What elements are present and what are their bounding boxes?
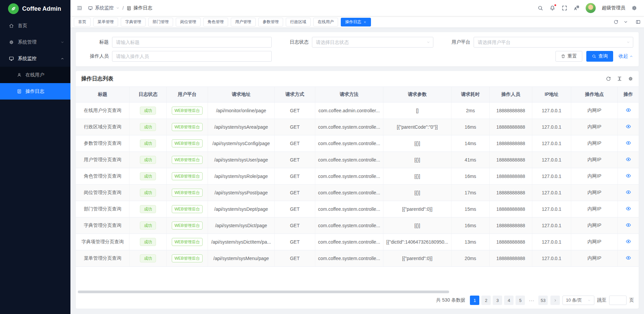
cell-title: 部门管理分页查询 bbox=[76, 201, 129, 217]
tab-8[interactable]: 行政区域 bbox=[286, 18, 311, 26]
page-jump: 跳至 页 bbox=[597, 296, 634, 305]
tab-9[interactable]: 在线用户 bbox=[313, 18, 338, 26]
cell-operator: 18888888888 bbox=[489, 250, 532, 267]
view-detail-eye-icon[interactable] bbox=[626, 156, 631, 162]
view-detail-eye-icon[interactable] bbox=[626, 107, 631, 113]
menu-fold-icon[interactable] bbox=[76, 5, 83, 11]
cell-method: GET bbox=[275, 135, 315, 152]
tab-6[interactable]: 用户管理 bbox=[231, 18, 256, 26]
tab-10[interactable]: 操作日志 bbox=[341, 18, 371, 26]
column-header: 日志状态 bbox=[129, 87, 167, 103]
cell-platform: WEB管理后台 bbox=[167, 152, 208, 168]
page-size-value: 10 条/页 bbox=[566, 297, 582, 303]
cell-title: 行政区域分页查询 bbox=[76, 119, 129, 135]
cell-operator: 18888888888 bbox=[489, 168, 532, 185]
tab-5[interactable]: 角色管理 bbox=[203, 18, 228, 26]
cell-cost: 2ms bbox=[451, 103, 490, 119]
column-header: 操作地点 bbox=[571, 87, 618, 103]
page-ellipsis: ··· bbox=[527, 296, 536, 305]
table-row: 部门管理分页查询成功WEB管理后台/api/system/sysDept/pag… bbox=[76, 201, 639, 217]
tab-label: 字典管理 bbox=[125, 19, 141, 25]
refresh-icon[interactable] bbox=[613, 19, 619, 24]
tab-3[interactable]: 部门管理 bbox=[148, 18, 173, 26]
settings-gear-icon[interactable] bbox=[631, 5, 637, 11]
view-detail-eye-icon[interactable] bbox=[626, 173, 631, 179]
collapse-button[interactable]: 收起 bbox=[619, 53, 633, 59]
cell-handler: com.coffee.system.controlle... bbox=[315, 234, 383, 250]
cell-action bbox=[618, 135, 639, 152]
view-detail-eye-icon[interactable] bbox=[626, 206, 631, 211]
status-badge: 成功 bbox=[140, 139, 156, 147]
view-detail-eye-icon[interactable] bbox=[626, 124, 631, 129]
status-select[interactable] bbox=[312, 37, 433, 48]
translate-icon[interactable] bbox=[574, 5, 580, 11]
platform-label: 用户平台 bbox=[443, 39, 474, 45]
operator-input[interactable] bbox=[112, 51, 272, 62]
table-row: 岗位管理分页查询成功WEB管理后台/api/system/sysPost/pag… bbox=[76, 185, 639, 201]
column-settings-gear-icon[interactable] bbox=[628, 76, 633, 81]
view-detail-eye-icon[interactable] bbox=[626, 189, 631, 195]
cell-operator: 18888888888 bbox=[489, 152, 532, 168]
cell-url: /api/system/sysDept/page bbox=[208, 201, 274, 217]
tab-2[interactable]: 字典管理 bbox=[121, 18, 146, 26]
page-button-5[interactable]: 5 bbox=[516, 296, 525, 305]
tab-7[interactable]: 参数管理 bbox=[258, 18, 283, 26]
sidebar-item-system-management[interactable]: 系统管理 bbox=[0, 34, 70, 50]
column-header: 操作 bbox=[618, 87, 639, 103]
view-detail-eye-icon[interactable] bbox=[626, 255, 631, 261]
cell-title: 用户管理分页查询 bbox=[76, 152, 129, 168]
operation-log-icon bbox=[126, 6, 131, 11]
page-size-select[interactable]: 10 条/页 bbox=[562, 296, 594, 305]
tabbar: 首页菜单管理字典管理部门管理岗位管理角色管理用户管理参数管理行政区域在线用户操作… bbox=[70, 16, 644, 27]
tab-0[interactable]: 首页 bbox=[74, 18, 91, 26]
platform-badge: WEB管理后台 bbox=[172, 172, 202, 180]
horizontal-scrollbar[interactable] bbox=[78, 291, 449, 293]
jump-page-input[interactable] bbox=[609, 296, 627, 305]
page-button-53[interactable]: 53 bbox=[538, 296, 548, 305]
column-height-icon[interactable] bbox=[617, 76, 622, 81]
page-button-1[interactable]: 1 bbox=[470, 296, 479, 305]
sidebar-item-home[interactable]: 首页 bbox=[0, 17, 70, 34]
user-avatar[interactable] bbox=[586, 3, 596, 13]
operation-log-icon bbox=[17, 89, 22, 94]
title-input[interactable] bbox=[112, 37, 272, 48]
cell-handler: com.coffee.system.controlle... bbox=[315, 152, 383, 168]
collapse-label: 收起 bbox=[619, 53, 628, 59]
platform-select[interactable] bbox=[474, 37, 633, 48]
sidebar-item-online-users[interactable]: 在线用户 bbox=[0, 67, 70, 83]
page-button-4[interactable]: 4 bbox=[504, 296, 514, 305]
search-icon[interactable] bbox=[537, 5, 543, 11]
tab-4[interactable]: 岗位管理 bbox=[176, 18, 201, 26]
reset-button[interactable]: 重置 bbox=[555, 51, 582, 62]
cell-status: 成功 bbox=[129, 103, 167, 119]
chevron-down-icon[interactable] bbox=[623, 19, 628, 24]
cell-params: [{}] bbox=[383, 152, 451, 168]
cell-title: 字典管理分页查询 bbox=[76, 217, 129, 234]
view-detail-eye-icon[interactable] bbox=[626, 239, 631, 244]
cell-title: 参数管理分页查询 bbox=[76, 135, 129, 152]
sidebar-item-operation-log[interactable]: 操作日志 bbox=[0, 83, 70, 100]
sidebar-item-system-monitor[interactable]: 系统监控 bbox=[0, 50, 70, 67]
notifications-button[interactable] bbox=[549, 5, 555, 11]
fullscreen-icon[interactable] bbox=[561, 5, 568, 11]
view-detail-eye-icon[interactable] bbox=[626, 140, 631, 146]
search-button[interactable]: 查询 bbox=[586, 51, 613, 62]
cell-status: 成功 bbox=[129, 135, 167, 152]
brand: Coffee Admin bbox=[0, 0, 70, 17]
layout-icon[interactable] bbox=[636, 19, 641, 24]
close-icon[interactable] bbox=[363, 20, 367, 24]
page-button-2[interactable]: 2 bbox=[481, 296, 491, 305]
username[interactable]: 超级管理员 bbox=[602, 5, 625, 11]
next-page-button[interactable] bbox=[550, 296, 560, 305]
log-list-panel: 操作日志列表 标题日志状态用户平台请求地址请求方式请求方法请求参数请求耗 bbox=[76, 71, 639, 309]
cell-method: GET bbox=[275, 217, 315, 234]
table-header-row: 标题日志状态用户平台请求地址请求方式请求方法请求参数请求耗时操作人员IP地址操作… bbox=[76, 87, 639, 103]
cell-action bbox=[618, 168, 639, 185]
cell-title: 岗位管理分页查询 bbox=[76, 185, 129, 201]
page-button-3[interactable]: 3 bbox=[493, 296, 502, 305]
cell-handler: com.coffee.system.controlle... bbox=[315, 201, 383, 217]
tab-1[interactable]: 菜单管理 bbox=[93, 18, 118, 26]
breadcrumb-system-monitor[interactable]: 系统监控 bbox=[88, 5, 120, 11]
view-detail-eye-icon[interactable] bbox=[626, 222, 631, 228]
refresh-icon[interactable] bbox=[606, 76, 611, 81]
